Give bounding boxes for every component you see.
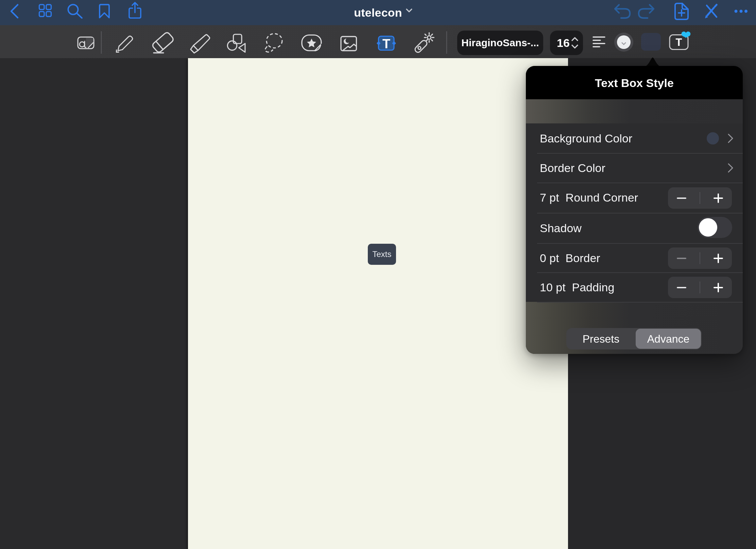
svg-text:T: T (676, 36, 682, 48)
svg-text:T: T (382, 37, 390, 51)
